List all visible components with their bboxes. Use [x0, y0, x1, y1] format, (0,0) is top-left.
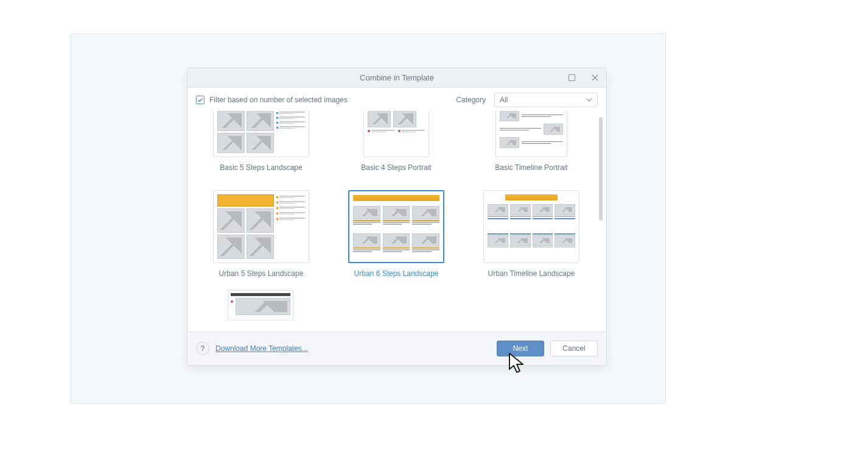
chevron-down-icon: [586, 98, 592, 102]
cancel-button[interactable]: Cancel: [550, 341, 598, 356]
category-value: All: [500, 96, 508, 104]
template-urban-timeline-landscape[interactable]: Urban Timeline Landscape: [476, 190, 587, 278]
filter-label: Filter based on number of selected image…: [209, 96, 348, 104]
template-label: Urban Timeline Landscape: [488, 269, 575, 278]
template-urban-6-steps-landscape[interactable]: Urban 6 Steps Landscape: [341, 190, 452, 278]
svg-rect-0: [569, 75, 575, 81]
titlebar: Combine in Template: [187, 68, 606, 88]
template-basic-timeline-portrait[interactable]: Basic Timeline Portrait: [476, 111, 587, 172]
toolbar: Filter based on number of selected image…: [187, 88, 606, 111]
maximize-button[interactable]: [564, 71, 579, 85]
template-gallery: Basic 5 Steps Landscape Basic 4 Steps Po…: [187, 111, 606, 331]
window-controls: [564, 71, 603, 85]
check-icon: [197, 97, 203, 103]
scroll-thumb[interactable]: [599, 117, 603, 221]
template-urban-5-steps-landscape[interactable]: Urban 5 Steps Landscape: [206, 190, 317, 278]
page-background: Combine in Template Filter based on numb…: [71, 34, 666, 404]
dialog-footer: ? Download More Templates... Next Cancel: [187, 331, 606, 365]
close-icon: [592, 74, 598, 81]
scrollbar[interactable]: [599, 111, 604, 331]
filter-checkbox[interactable]: [196, 96, 205, 104]
help-icon: ?: [200, 344, 205, 353]
close-button[interactable]: [587, 71, 603, 85]
template-label: Basic 5 Steps Landscape: [220, 163, 302, 172]
category-select[interactable]: All: [494, 93, 598, 107]
template-thumb: [483, 190, 579, 263]
template-thumb: [495, 111, 567, 157]
template-basic-4-steps-portrait[interactable]: Basic 4 Steps Portrait: [341, 111, 452, 172]
template-label: Urban 5 Steps Landscape: [219, 269, 304, 278]
template-label: Urban 6 Steps Landscape: [354, 269, 439, 278]
template-label: Basic 4 Steps Portrait: [361, 163, 431, 172]
category-label: Category: [456, 96, 486, 104]
template-thumb: [363, 111, 429, 157]
template-thumb: [348, 190, 444, 263]
square-icon: [569, 74, 575, 81]
template-label: Basic Timeline Portrait: [495, 163, 567, 172]
download-more-link[interactable]: Download More Templates...: [215, 344, 308, 353]
template-thumb: [213, 190, 309, 263]
dialog-title: Combine in Template: [187, 73, 606, 82]
dialog-combine-in-template: Combine in Template Filter based on numb…: [187, 68, 607, 366]
template-thumb: [213, 111, 309, 157]
cancel-label: Cancel: [562, 344, 585, 353]
template-partial[interactable]: [228, 290, 293, 320]
template-basic-5-steps-landscape[interactable]: Basic 5 Steps Landscape: [206, 111, 317, 172]
next-button[interactable]: Next: [497, 341, 544, 356]
help-button[interactable]: ?: [196, 342, 209, 355]
next-label: Next: [513, 344, 528, 353]
